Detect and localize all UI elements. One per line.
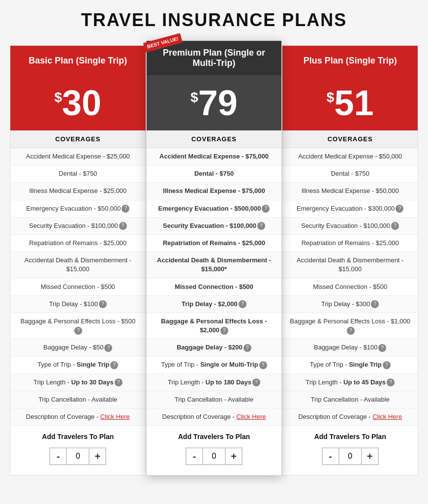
info-icon[interactable]: ? (378, 344, 386, 352)
info-icon[interactable]: ? (396, 205, 403, 213)
coverage-item-premium-3: Emergency Evacuation - $500,000? (147, 200, 282, 218)
coverage-item-basic-0: Accident Medical Expense - $25,000 (10, 148, 146, 165)
plan-price-basic: $30 (10, 75, 146, 130)
info-icon[interactable]: ? (262, 205, 270, 213)
plan-name-basic: Basic Plan (Single Trip) (29, 56, 127, 66)
description-link-plus[interactable]: Description of Coverage - Click Here (282, 409, 418, 426)
coverage-item-premium-7: Missed Connection - $500 (147, 279, 282, 296)
plan-header-basic: Basic Plan (Single Trip) (10, 46, 146, 75)
info-icon[interactable]: ? (220, 327, 228, 335)
stepper-minus-plus[interactable]: - (322, 447, 339, 465)
info-icon[interactable]: ? (122, 205, 129, 213)
plan-card-premium: BEST VALUE!Premium Plan (Single or Multi… (146, 40, 282, 475)
description-link-premium[interactable]: Description of Coverage - Click Here (147, 409, 282, 426)
coverage-item-plus-7: Missed Connection - $500 (282, 279, 418, 296)
info-icon[interactable]: ? (74, 327, 82, 335)
dollar-sign: $ (190, 90, 198, 105)
coverage-item-plus-8: Trip Delay - $300? (282, 296, 418, 313)
price-amount: 79 (198, 83, 238, 123)
add-travelers-label-plus: Add Travelers To Plan (282, 426, 418, 444)
coverage-item-plus-0: Accident Medical Expense - $50,000 (282, 148, 418, 165)
click-here-link[interactable]: Click Here (237, 413, 266, 420)
stepper-plus-plus[interactable]: + (361, 447, 379, 465)
click-here-link[interactable]: Click Here (100, 413, 130, 420)
info-icon[interactable]: ? (387, 378, 395, 386)
plan-card-plus: Plus Plan (Single Trip)$51COVERAGESAccid… (282, 45, 418, 475)
coverage-item-premium-2: Illness Medical Expense - $75,000 (147, 183, 282, 200)
plan-name-plus: Plus Plan (Single Trip) (304, 56, 397, 66)
coverage-item-basic-12: Trip Length - Up to 30 Days? (10, 374, 146, 391)
info-icon[interactable]: ? (257, 222, 265, 230)
stepper-value-premium: 0 (203, 447, 225, 465)
coverage-item-plus-11: Type of Trip - Single Trip? (282, 356, 418, 374)
coverage-item-basic-9: Baggage & Personal Effects Loss - $500? (10, 313, 146, 339)
coverage-item-plus-3: Emergency Evacuation - $300,000? (282, 200, 418, 218)
info-icon[interactable]: ? (371, 300, 379, 308)
coverage-item-basic-10: Baggage Delay - $50? (10, 339, 146, 356)
info-icon[interactable]: ? (391, 222, 399, 230)
stepper-minus-basic[interactable]: - (49, 447, 67, 465)
plan-header-plus: Plus Plan (Single Trip) (282, 46, 418, 75)
info-icon[interactable]: ? (110, 361, 118, 369)
coverage-item-basic-3: Emergency Evacuation - $50,000? (10, 200, 146, 218)
coverage-item-premium-9: Baggage & Personal Effects Loss - $2,000… (147, 313, 282, 339)
coverage-item-premium-12: Trip Length - Up to 180 Days? (147, 374, 282, 391)
coverage-item-basic-1: Dental - $750 (10, 165, 146, 183)
coverage-item-premium-1: Dental - $750 (147, 165, 282, 183)
add-travelers-label-premium: Add Travelers To Plan (147, 426, 282, 444)
stepper-basic: -0+ (10, 444, 146, 475)
coverage-item-premium-11: Type of Trip - Single or Multi-Trip? (147, 356, 282, 374)
info-icon[interactable]: ? (252, 378, 260, 386)
info-icon[interactable]: ? (239, 300, 246, 308)
trip-cancellation-plus: Trip Cancellation - Available (282, 391, 418, 409)
info-icon[interactable]: ? (259, 361, 267, 369)
info-icon[interactable]: ? (119, 222, 127, 230)
coverage-item-plus-6: Accidental Death & Dismemberment - $15,0… (282, 252, 418, 278)
coverage-item-plus-4: Security Evacuation - $100,000? (282, 218, 418, 235)
coverages-header-basic: COVERAGES (10, 130, 146, 148)
coverage-item-basic-11: Type of Trip - Single Trip? (10, 356, 146, 374)
description-link-basic[interactable]: Description of Coverage - Click Here (10, 409, 146, 426)
coverage-item-basic-8: Trip Delay - $100? (10, 296, 146, 313)
info-icon[interactable]: ? (99, 300, 107, 308)
stepper-plus-basic[interactable]: + (89, 447, 106, 465)
coverage-item-basic-7: Missed Connection - $500 (10, 279, 146, 296)
stepper-plus-premium[interactable]: + (225, 447, 243, 465)
info-icon[interactable]: ? (115, 378, 122, 386)
coverage-item-basic-4: Security Evacuation - $100,000? (10, 218, 146, 235)
coverage-item-plus-5: Repatriation of Remains - $25,000 (282, 235, 418, 252)
stepper-plus: -0+ (282, 444, 418, 475)
dollar-sign: $ (55, 90, 62, 105)
coverage-item-plus-1: Dental - $750 (282, 165, 418, 183)
dollar-sign: $ (327, 90, 335, 105)
coverage-item-plus-2: Illness Medical Expense - $50,000 (282, 183, 418, 200)
plans-container: Basic Plan (Single Trip)$30COVERAGESAcci… (10, 45, 418, 475)
coverage-item-plus-10: Baggage Delay - $100? (282, 339, 418, 356)
coverage-item-basic-6: Accidental Death & Dismemberment - $15,0… (10, 252, 146, 278)
info-icon[interactable]: ? (347, 327, 355, 335)
price-amount: 30 (62, 83, 101, 123)
add-travelers-label-basic: Add Travelers To Plan (10, 426, 146, 444)
coverage-item-plus-9: Baggage & Personal Effects Loss - $1,000… (282, 313, 418, 339)
info-icon[interactable]: ? (244, 344, 251, 352)
plan-name-premium: Premium Plan (Single or Multi-Trip) (152, 48, 277, 68)
stepper-value-plus: 0 (339, 447, 361, 465)
coverages-header-plus: COVERAGES (282, 130, 418, 148)
coverage-item-premium-8: Trip Delay - $2,000? (147, 296, 282, 313)
info-icon[interactable]: ? (383, 361, 391, 369)
stepper-value-basic: 0 (67, 447, 89, 465)
coverage-item-premium-6: Accidental Death & Dismemberment - $15,0… (147, 252, 282, 278)
stepper-minus-premium[interactable]: - (185, 447, 203, 465)
coverage-item-basic-5: Repatriation of Remains - $25,000 (10, 235, 146, 252)
trip-cancellation-premium: Trip Cancellation - Available (147, 391, 282, 409)
coverage-item-premium-4: Security Evacuation - $100,000? (147, 218, 282, 235)
plan-price-premium: $79 (147, 75, 282, 130)
coverage-item-premium-10: Baggage Delay - $200? (147, 339, 282, 356)
info-icon[interactable]: ? (104, 344, 112, 352)
trip-cancellation-basic: Trip Cancellation - Available (10, 391, 146, 409)
coverage-item-basic-2: Illness Medical Expense - $25,000 (10, 183, 146, 200)
plan-card-basic: Basic Plan (Single Trip)$30COVERAGESAcci… (10, 45, 146, 475)
price-amount: 51 (334, 83, 373, 123)
coverage-item-premium-0: Accident Medical Expense - $75,000 (147, 148, 282, 165)
click-here-link[interactable]: Click Here (372, 413, 402, 420)
